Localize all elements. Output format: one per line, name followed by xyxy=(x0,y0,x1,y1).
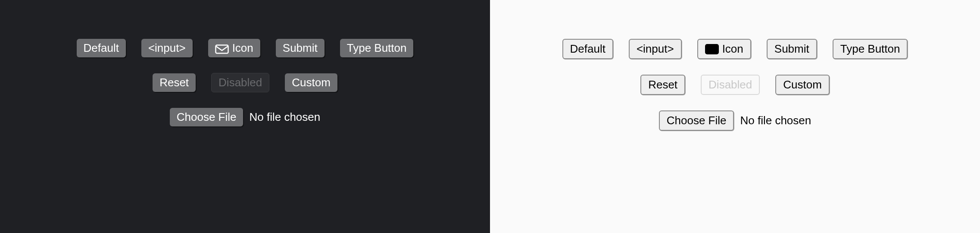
choose-file-button[interactable]: Choose File xyxy=(170,108,243,126)
submit-button[interactable]: Submit xyxy=(767,39,817,59)
button-row-3: Choose File No file chosen xyxy=(659,110,811,131)
file-status-label: No file chosen xyxy=(740,114,811,127)
custom-button[interactable]: Custom xyxy=(285,73,337,92)
reset-button[interactable]: Reset xyxy=(153,73,196,92)
choose-file-button[interactable]: Choose File xyxy=(659,110,734,131)
button-row-3: Choose File No file chosen xyxy=(170,108,321,126)
file-input-group: Choose File No file chosen xyxy=(170,108,321,126)
button-row-2: Reset Disabled Custom xyxy=(640,75,830,95)
default-button[interactable]: Default xyxy=(562,39,613,59)
type-button[interactable]: Type Button xyxy=(340,39,414,57)
light-theme-panel: Default <input> Icon Submit Type Button … xyxy=(490,0,980,233)
button-row-1: Default <input> Icon Submit Type Button xyxy=(562,39,908,59)
reset-button[interactable]: Reset xyxy=(640,75,685,95)
disabled-button: Disabled xyxy=(701,75,760,95)
input-button[interactable]: <input> xyxy=(141,39,193,57)
disabled-button: Disabled xyxy=(211,73,269,92)
file-status-label: No file chosen xyxy=(249,110,320,124)
default-button[interactable]: Default xyxy=(77,39,126,57)
dark-theme-panel: Default <input> Icon Submit Type Button … xyxy=(0,0,490,233)
icon-button[interactable]: Icon xyxy=(208,39,260,57)
mail-icon xyxy=(215,44,229,53)
file-input-group: Choose File No file chosen xyxy=(659,110,811,131)
button-row-1: Default <input> Icon Submit Type Button xyxy=(77,39,414,57)
icon-button-label: Icon xyxy=(722,42,743,56)
svg-rect-0 xyxy=(215,45,228,53)
type-button[interactable]: Type Button xyxy=(833,39,908,59)
icon-button[interactable]: Icon xyxy=(697,39,751,59)
input-button[interactable]: <input> xyxy=(629,39,682,59)
icon-button-label: Icon xyxy=(232,41,253,55)
square-icon xyxy=(705,44,719,54)
submit-button[interactable]: Submit xyxy=(276,39,325,57)
button-row-2: Reset Disabled Custom xyxy=(153,73,337,92)
custom-button[interactable]: Custom xyxy=(775,75,830,95)
